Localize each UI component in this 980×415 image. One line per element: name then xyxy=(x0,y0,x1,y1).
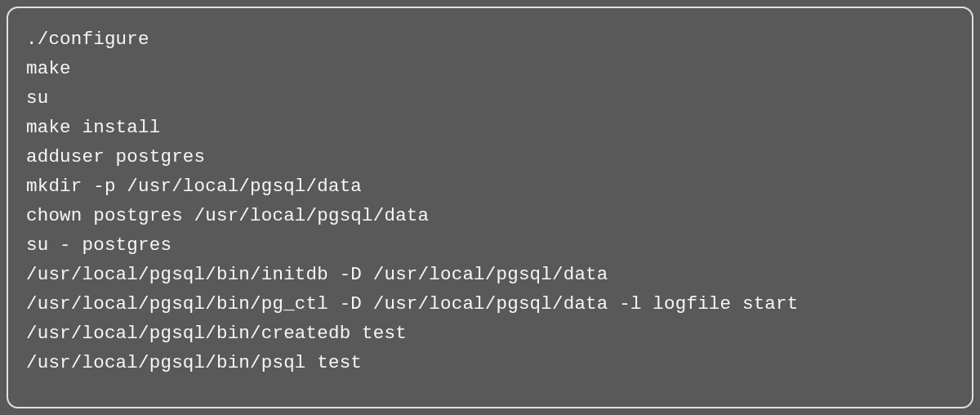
code-line: su - postgres xyxy=(26,230,954,260)
code-line: adduser postgres xyxy=(26,142,954,172)
code-line: su xyxy=(26,83,954,113)
code-line: /usr/local/pgsql/bin/initdb -D /usr/loca… xyxy=(26,260,954,289)
code-line: make install xyxy=(26,113,954,142)
code-line: mkdir -p /usr/local/pgsql/data xyxy=(26,172,954,201)
code-line: make xyxy=(26,54,954,83)
code-line: chown postgres /usr/local/pgsql/data xyxy=(26,201,954,230)
code-line: /usr/local/pgsql/bin/pg_ctl -D /usr/loca… xyxy=(26,289,954,319)
code-line: /usr/local/pgsql/bin/createdb test xyxy=(26,319,954,348)
code-line: ./configure xyxy=(26,25,954,54)
code-block: ./configure make su make install adduser… xyxy=(7,7,973,408)
code-line: /usr/local/pgsql/bin/psql test xyxy=(26,348,954,377)
